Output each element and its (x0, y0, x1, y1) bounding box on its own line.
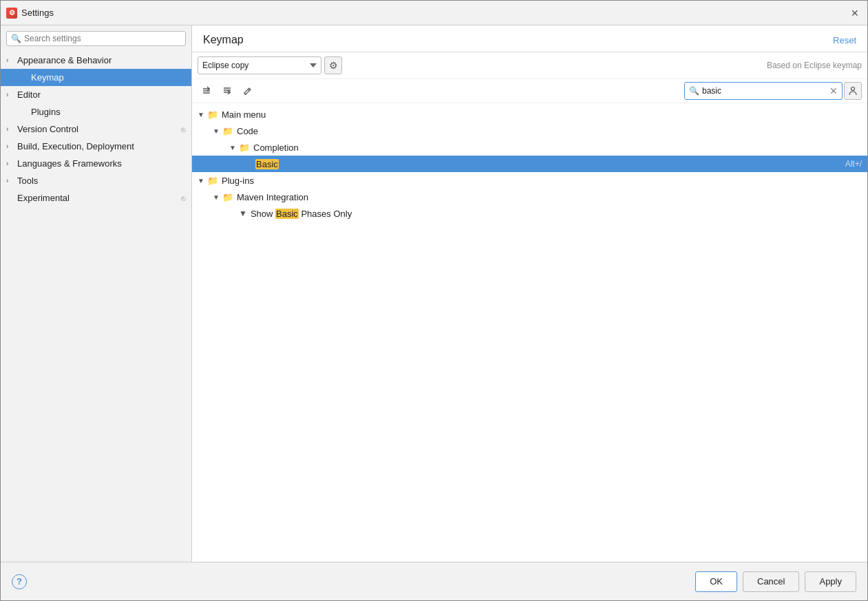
sidebar-item-label: Keymap (31, 72, 186, 83)
close-button[interactable]: ✕ (848, 6, 862, 20)
chevron-icon: ▼ (213, 127, 222, 135)
tree-row[interactable]: ▼ 📁 Completion (192, 139, 867, 156)
settings-search-box[interactable]: 🔍 (6, 31, 186, 46)
cancel-button[interactable]: Cancel (743, 571, 799, 592)
tree-row-show-basic-phases[interactable]: ▼ Show Basic Phases Only (192, 205, 867, 222)
filter-icon: ▼ (239, 209, 247, 218)
action-toolbar: 🔍 ✕ (192, 79, 867, 103)
chevron-icon: › (6, 56, 16, 64)
person-icon (848, 86, 858, 96)
svg-line-6 (248, 89, 250, 91)
expand-all-icon (202, 86, 211, 96)
sidebar-item-label: Languages & Frameworks (17, 158, 186, 169)
reset-link[interactable]: Reset (833, 35, 856, 45)
tree-row[interactable]: ▼ 📁 Maven Integration (192, 189, 867, 205)
tree-row[interactable]: ▼ 📁 Main menu (192, 106, 867, 123)
sidebar-item-label: Experimental (17, 193, 181, 203)
sidebar-item-build[interactable]: › Build, Execution, Deployment (1, 138, 191, 155)
chevron-icon (6, 108, 16, 116)
external-icon: ⎋ (181, 194, 186, 202)
sidebar-item-editor[interactable]: › Editor (1, 86, 191, 103)
keymap-toolbar: Eclipse copy Default Mac OS X ⚙ Based on… (192, 52, 867, 79)
settings-search-input[interactable] (24, 34, 181, 43)
tree-row-label: Basic (255, 159, 279, 169)
help-button[interactable]: ? (12, 574, 27, 589)
external-icon: ⎋ (181, 125, 186, 134)
shortcut-label: Alt+/ (845, 159, 862, 169)
scheme-gear-button[interactable]: ⚙ (324, 56, 342, 74)
app-icon: ⚙ (6, 8, 17, 19)
sidebar-item-keymap[interactable]: Keymap (1, 69, 191, 86)
folder-icon: 📁 (222, 126, 233, 136)
filter-input-wrap[interactable]: 🔍 ✕ (684, 82, 843, 100)
sidebar-item-languages[interactable]: › Languages & Frameworks (1, 155, 191, 172)
right-panel: Keymap Reset Eclipse copy Default Mac OS… (192, 25, 867, 562)
right-header: Keymap Reset (192, 25, 867, 52)
tree-row[interactable]: ▼ 📁 Plug-ins (192, 172, 867, 189)
chevron-icon: ▼ (213, 193, 222, 201)
settings-dialog: ⚙ Settings ✕ 🔍 › Appearance & Behavior (0, 0, 868, 601)
folder-icon: 📁 (239, 143, 250, 153)
sidebar-item-experimental[interactable]: Experimental ⎋ (1, 189, 191, 207)
bottom-bar: ? OK Cancel Apply (1, 562, 867, 600)
folder-icon: 📁 (222, 192, 233, 202)
chevron-icon (6, 194, 16, 202)
chevron-icon: ▼ (198, 177, 207, 184)
chevron-icon: › (6, 91, 16, 98)
sidebar-item-label: Build, Execution, Deployment (17, 141, 186, 151)
filter-input[interactable] (702, 86, 829, 96)
tree-row-label: Completion (253, 143, 299, 153)
tree-row-label: Maven Integration (237, 192, 308, 202)
sidebar-item-tools[interactable]: › Tools (1, 172, 191, 189)
chevron-icon: ▼ (229, 144, 239, 151)
tree-row-label: Main menu (222, 109, 266, 120)
collapse-all-icon (222, 86, 232, 96)
keymap-tree: ▼ 📁 Main menu ▼ 📁 Code ▼ 📁 Completion (192, 103, 867, 562)
sidebar-item-label: Appearance & Behavior (17, 55, 186, 65)
chevron-icon: › (6, 177, 16, 184)
nav-items: › Appearance & Behavior Keymap › Editor (1, 52, 191, 562)
edit-shortcut-button[interactable] (239, 83, 257, 99)
edit-icon (243, 86, 253, 96)
scheme-selector-wrap: Eclipse copy Default Mac OS X ⚙ (198, 56, 342, 74)
highlight-basic: Basic (275, 209, 299, 219)
sidebar-item-appearance[interactable]: › Appearance & Behavior (1, 52, 191, 69)
folder-icon: 📁 (207, 109, 218, 120)
tree-row-label: Show Basic Phases Only (251, 209, 352, 219)
search-icon: 🔍 (11, 34, 21, 43)
filter-clear-button[interactable]: ✕ (829, 86, 838, 96)
keymap-info-label: Based on Eclipse keymap (767, 61, 862, 70)
highlight-basic: Basic (255, 159, 279, 169)
show-context-button[interactable] (844, 82, 862, 100)
filter-wrap: 🔍 ✕ (684, 82, 862, 100)
chevron-icon: › (6, 143, 16, 150)
window-title: Settings (21, 8, 848, 18)
svg-point-8 (851, 87, 855, 91)
expand-all-button[interactable] (198, 83, 215, 99)
title-bar: ⚙ Settings ✕ (1, 1, 867, 25)
chevron-icon (6, 74, 16, 81)
scheme-select[interactable]: Eclipse copy Default Mac OS X (198, 56, 321, 74)
collapse-all-button[interactable] (218, 83, 236, 99)
sidebar: 🔍 › Appearance & Behavior Keymap › (1, 25, 192, 562)
tree-row-label: Code (237, 126, 258, 136)
tree-row[interactable]: ▼ 📁 Code (192, 123, 867, 139)
tree-row-label: Plug-ins (222, 176, 254, 186)
tree-row-basic[interactable]: Basic Alt+/ (192, 156, 867, 172)
folder-icon: 📁 (207, 176, 218, 186)
panel-title: Keymap (203, 34, 244, 46)
chevron-icon: › (6, 160, 16, 167)
sidebar-item-version-control[interactable]: › Version Control ⎋ (1, 120, 191, 138)
chevron-icon: ▼ (198, 111, 207, 118)
sidebar-item-label: Editor (17, 89, 186, 100)
main-content: 🔍 › Appearance & Behavior Keymap › (1, 25, 867, 562)
sidebar-item-label: Version Control (17, 124, 181, 134)
ok-button[interactable]: OK (695, 571, 737, 592)
sidebar-item-plugins[interactable]: Plugins (1, 103, 191, 120)
sidebar-item-label: Plugins (31, 107, 186, 117)
chevron-icon: › (6, 125, 16, 133)
filter-search-icon: 🔍 (689, 86, 699, 96)
sidebar-item-label: Tools (17, 176, 186, 186)
apply-button[interactable]: Apply (805, 571, 856, 592)
